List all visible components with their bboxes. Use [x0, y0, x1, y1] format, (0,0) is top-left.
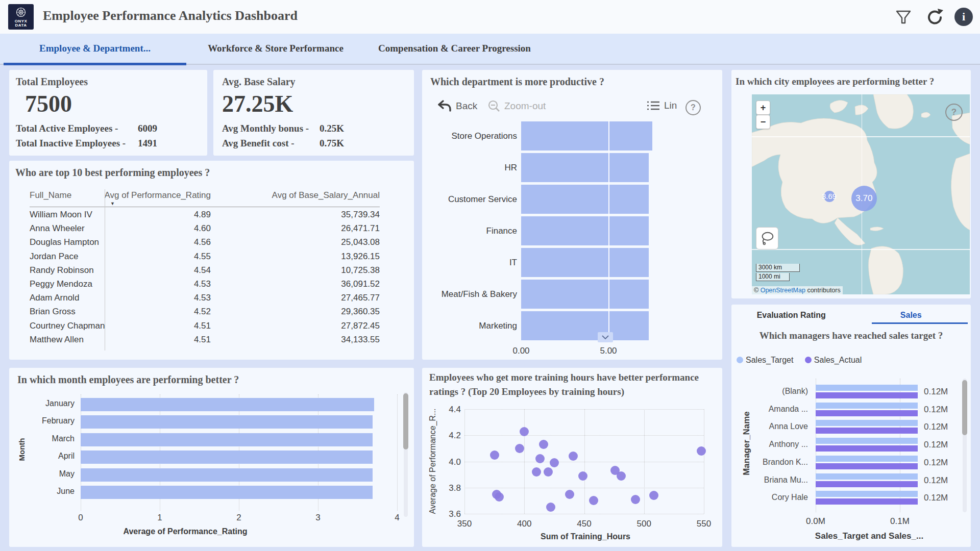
table-cell-salary[interactable]: 29,360.35: [341, 307, 380, 317]
table-cell-rating[interactable]: 4.60: [194, 223, 211, 234]
department-bar[interactable]: [521, 248, 649, 277]
table-cell-salary[interactable]: 13,926.15: [341, 252, 380, 262]
scatter-point[interactable]: [649, 491, 658, 500]
department-bar[interactable]: [521, 216, 649, 245]
map-help-icon[interactable]: ?: [945, 104, 963, 121]
scrollbar[interactable]: [403, 393, 408, 449]
table-cell-name[interactable]: Brian Gross: [30, 307, 76, 317]
department-bar[interactable]: [521, 280, 649, 309]
filter-icon[interactable]: [893, 7, 914, 27]
table-cell-salary[interactable]: 25,043.08: [341, 237, 380, 247]
department-bar[interactable]: [521, 185, 649, 214]
scatter-point[interactable]: [617, 471, 626, 481]
scatter-point[interactable]: [565, 490, 574, 499]
scatter-point[interactable]: [532, 467, 541, 477]
scatter-point[interactable]: [495, 492, 504, 502]
column-header-performance[interactable]: Avg of Performance_Rating: [104, 190, 211, 201]
table-cell-name[interactable]: Adam Arnold: [30, 293, 79, 303]
month-bar[interactable]: [81, 433, 373, 446]
table-cell-name[interactable]: Douglas Hampton: [30, 237, 99, 247]
openstreetmap-link[interactable]: OpenStreetMap: [761, 287, 805, 294]
table-cell-name[interactable]: Peggy Mendoza: [30, 279, 92, 289]
scatter-point[interactable]: [535, 454, 545, 463]
sales-actual-bar[interactable]: [816, 392, 918, 398]
department-bar[interactable]: [521, 121, 652, 151]
table-cell-rating[interactable]: 4.51: [194, 321, 211, 331]
sales-target-bar[interactable]: [816, 491, 918, 497]
table-cell-name[interactable]: Jordan Pace: [30, 252, 78, 262]
scatter-point[interactable]: [578, 471, 587, 481]
table-cell-name[interactable]: Anna Wheeler: [30, 223, 85, 234]
tab-employee-department[interactable]: Employee & Department...: [4, 34, 186, 65]
table-cell-rating[interactable]: 4.53: [194, 279, 211, 289]
sales-target-bar[interactable]: [816, 438, 918, 444]
table-cell-salary[interactable]: 27,465.77: [341, 293, 380, 303]
sales-target-bar[interactable]: [816, 456, 918, 462]
scatter-point[interactable]: [490, 450, 499, 460]
month-bar[interactable]: [81, 486, 373, 499]
onyx-data-logo: ONYX DATA: [8, 4, 34, 30]
department-bar[interactable]: [521, 153, 649, 182]
table-cell-rating[interactable]: 4.54: [194, 265, 211, 276]
month-bar[interactable]: [81, 450, 373, 464]
table-cell-name[interactable]: Courtney Chapman: [30, 321, 105, 331]
table-cell-rating[interactable]: 4.52: [194, 307, 211, 317]
sales-actual-bar[interactable]: [816, 498, 918, 505]
scatter-point[interactable]: [589, 496, 598, 505]
table-cell-rating[interactable]: 4.55: [194, 252, 211, 262]
map-canvas[interactable]: 3.703.69 + − ? 3000 km 1000 mi © OpenStr…: [752, 94, 970, 294]
sales-target-bar[interactable]: [816, 403, 918, 409]
tab-compensation-career[interactable]: Compensation & Career Progression: [366, 34, 543, 63]
column-header-salary[interactable]: Avg of Base_Salary_Annual: [272, 190, 380, 201]
map-zoom-out-button[interactable]: −: [756, 115, 770, 129]
map-bubble[interactable]: 3.69: [824, 191, 835, 202]
gridline: [397, 394, 398, 511]
table-cell-name[interactable]: Randy Robinson: [30, 265, 94, 276]
department-bar[interactable]: [521, 311, 649, 340]
refresh-icon[interactable]: [925, 7, 945, 27]
info-icon[interactable]: i: [953, 7, 974, 27]
table-cell-salary[interactable]: 34,133.55: [341, 335, 380, 345]
sales-target-bar[interactable]: [816, 420, 918, 426]
month-bar[interactable]: [81, 398, 374, 411]
expand-chevron-button[interactable]: [598, 332, 613, 342]
scatter-point[interactable]: [539, 440, 548, 449]
scatter-point[interactable]: [569, 452, 578, 461]
scatter-point[interactable]: [631, 495, 640, 504]
table-cell-salary[interactable]: 26,471.71: [341, 223, 380, 234]
table-cell-rating[interactable]: 4.56: [194, 237, 211, 247]
table-cell-salary[interactable]: 36,091.52: [341, 279, 380, 289]
sales-actual-bar[interactable]: [816, 410, 918, 416]
table-cell-rating[interactable]: 4.89: [194, 210, 211, 220]
scatter-point[interactable]: [550, 458, 559, 467]
map-zoom-in-button[interactable]: +: [756, 101, 770, 115]
month-bar[interactable]: [81, 415, 373, 429]
scatter-point[interactable]: [544, 467, 553, 477]
table-cell-salary[interactable]: 10,725.38: [341, 265, 380, 276]
sales-actual-bar[interactable]: [816, 428, 918, 434]
sales-actual-bar[interactable]: [816, 445, 918, 452]
sales-target-bar[interactable]: [816, 385, 918, 391]
table-cell-salary[interactable]: 35,739.34: [341, 210, 380, 220]
table-cell-rating[interactable]: 4.51: [194, 335, 211, 345]
month-bar[interactable]: [81, 468, 373, 482]
sales-actual-bar[interactable]: [816, 463, 918, 469]
scatter-point[interactable]: [697, 446, 706, 456]
table-cell-rating[interactable]: 4.53: [194, 293, 211, 303]
tab-bar: Employee & Department... Workforce & Sto…: [0, 34, 980, 65]
sales-target-bar[interactable]: [816, 473, 918, 480]
sales-actual-bar[interactable]: [816, 481, 918, 487]
y-tick-label: 4.4: [442, 405, 461, 415]
scatter-point[interactable]: [520, 427, 529, 436]
scrollbar[interactable]: [962, 380, 967, 435]
table-cell-salary[interactable]: 27,872.45: [341, 321, 380, 331]
category-label: Briana Mu...: [731, 475, 808, 485]
scatter-point[interactable]: [515, 444, 524, 453]
column-header-full-name[interactable]: Full_Name: [30, 190, 71, 201]
map-bubble[interactable]: 3.70: [851, 186, 877, 211]
table-cell-name[interactable]: William Moon IV: [30, 210, 92, 220]
lasso-select-button[interactable]: [756, 227, 778, 249]
scatter-point[interactable]: [546, 503, 555, 512]
tab-workforce-store[interactable]: Workforce & Store Performance: [194, 34, 357, 63]
table-cell-name[interactable]: Matthew Allen: [30, 335, 84, 345]
